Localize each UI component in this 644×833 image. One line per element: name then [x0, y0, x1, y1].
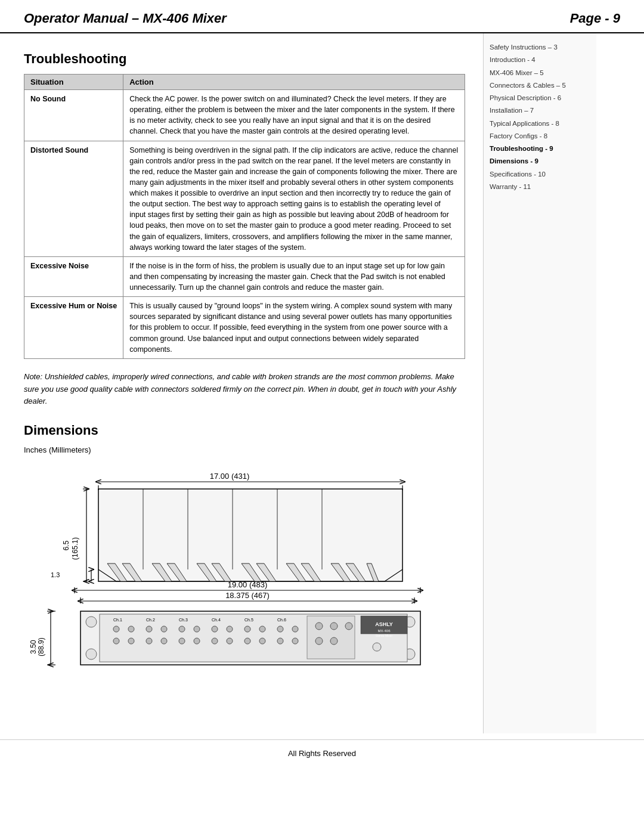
action-cell: This is usually caused by "ground loops"…	[123, 297, 465, 359]
situation-cell: Excessive Noise	[24, 256, 123, 296]
dimensions-diagram: 17.00 (431) 6.5 (165.1) 1.3	[27, 459, 462, 716]
troubleshooting-title: Troubleshooting	[24, 51, 465, 67]
svg-point-53	[113, 626, 119, 632]
col-action: Action	[123, 75, 465, 90]
sidebar-item: MX-406 Mixer – 5	[490, 68, 587, 78]
sidebar-item: Troubleshooting - 9	[490, 144, 587, 154]
action-cell: Something is being overdriven in the sig…	[123, 141, 465, 256]
svg-point-57	[179, 626, 185, 632]
svg-text:19.00 (483): 19.00 (483)	[228, 580, 268, 589]
sidebar-item: Specifications - 10	[490, 169, 587, 179]
svg-point-87	[373, 643, 381, 651]
table-row: Excessive Hum or NoiseThis is usually ca…	[24, 297, 465, 359]
page-number: Page - 9	[570, 11, 620, 26]
svg-point-59	[212, 626, 218, 632]
table-row: Distorted SoundSomething is being overdr…	[24, 141, 465, 256]
svg-point-71	[212, 638, 218, 644]
main-layout: Troubleshooting Situation Action No Soun…	[0, 33, 644, 733]
sidebar-item: Safety Instructions – 3	[490, 42, 587, 52]
action-cell: If the noise is in the form of hiss, the…	[123, 256, 465, 296]
note-text: Note: Unshielded cables, improperly wire…	[24, 371, 465, 408]
svg-point-80	[345, 623, 352, 630]
svg-text:Ch.1: Ch.1	[113, 618, 122, 622]
svg-text:Ch.2: Ch.2	[146, 618, 155, 622]
svg-point-79	[330, 623, 338, 630]
sidebar-item: Installation – 7	[490, 106, 587, 116]
footer-text: All Rights Reserved	[288, 749, 356, 758]
svg-text:Ch.3: Ch.3	[179, 618, 188, 622]
svg-point-69	[179, 638, 185, 644]
svg-point-70	[194, 638, 200, 644]
svg-point-75	[277, 638, 283, 644]
sidebar-item: Factory Configs - 8	[490, 131, 587, 141]
svg-text:3.50: 3.50	[29, 640, 38, 654]
troubleshooting-table: Situation Action No SoundCheck the AC po…	[24, 74, 465, 359]
svg-point-63	[277, 626, 283, 632]
svg-rect-77	[307, 616, 355, 659]
svg-point-65	[113, 638, 119, 644]
svg-point-58	[194, 626, 200, 632]
svg-text:Ch.4: Ch.4	[212, 618, 221, 622]
svg-point-68	[161, 638, 167, 644]
svg-text:Stereo Mixer: Stereo Mixer	[376, 634, 393, 637]
dimensions-title: Dimensions	[24, 423, 465, 438]
sidebar-item: Warranty - 11	[490, 182, 587, 192]
svg-point-55	[146, 626, 152, 632]
svg-point-62	[259, 626, 265, 632]
svg-text:(88.9): (88.9)	[37, 637, 45, 656]
svg-point-42	[86, 617, 97, 627]
sidebar-item: Connectors & Cables – 5	[490, 80, 587, 91]
svg-point-74	[259, 638, 265, 644]
sidebar-item: Dimensions - 9	[490, 156, 587, 166]
manual-title: Operator Manual – MX-406 Mixer	[24, 11, 227, 26]
svg-text:Ch.5: Ch.5	[244, 618, 253, 622]
svg-point-60	[227, 626, 233, 632]
sidebar: Safety Instructions – 3Introduction - 4M…	[483, 33, 596, 733]
inches-label: Inches (Millimeters)	[24, 445, 465, 454]
sidebar-item: Typical Applications - 8	[490, 119, 587, 129]
svg-text:6.5: 6.5	[62, 540, 70, 550]
situation-cell: No Sound	[24, 90, 123, 141]
svg-point-67	[146, 638, 152, 644]
dimensions-section: Dimensions Inches (Millimeters)	[24, 423, 465, 716]
svg-text:18.375 (467): 18.375 (467)	[225, 591, 270, 600]
svg-point-78	[315, 623, 323, 630]
footer: All Rights Reserved	[0, 739, 644, 767]
sidebar-item: Introduction - 4	[490, 55, 587, 65]
svg-text:MX-406: MX-406	[377, 629, 391, 633]
table-row: Excessive NoiseIf the noise is in the fo…	[24, 256, 465, 296]
svg-point-73	[244, 638, 250, 644]
page-header: Operator Manual – MX-406 Mixer Page - 9	[0, 0, 644, 33]
svg-point-76	[292, 638, 298, 644]
svg-text:Ch.6: Ch.6	[277, 618, 286, 622]
action-cell: Check the AC power. Is the power switch …	[123, 90, 465, 141]
situation-cell: Distorted Sound	[24, 141, 123, 256]
svg-point-72	[227, 638, 233, 644]
sidebar-item: Physical Description - 6	[490, 93, 587, 103]
svg-text:ASHLY: ASHLY	[375, 621, 393, 627]
svg-text:17.00 (431): 17.00 (431)	[210, 472, 250, 481]
svg-point-66	[128, 638, 134, 644]
svg-point-81	[315, 637, 323, 645]
main-content: Troubleshooting Situation Action No Soun…	[0, 33, 483, 733]
svg-point-43	[86, 649, 97, 659]
svg-point-82	[330, 637, 338, 645]
svg-text:(165.1): (165.1)	[71, 537, 79, 560]
svg-point-56	[161, 626, 167, 632]
svg-text:1.3: 1.3	[51, 571, 60, 578]
situation-cell: Excessive Hum or Noise	[24, 297, 123, 359]
svg-point-54	[128, 626, 134, 632]
svg-point-61	[244, 626, 250, 632]
col-situation: Situation	[24, 75, 123, 90]
svg-point-64	[292, 626, 298, 632]
table-row: No SoundCheck the AC power. Is the power…	[24, 90, 465, 141]
